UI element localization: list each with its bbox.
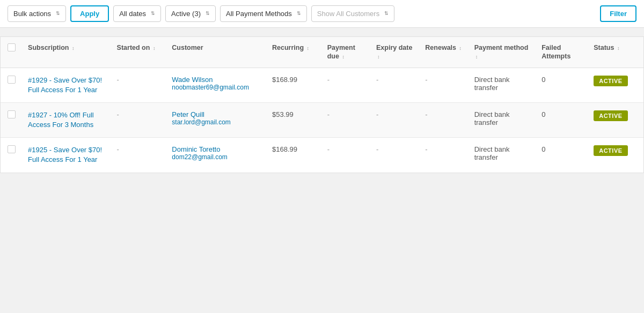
recurring-value: $168.99 <box>272 145 297 153</box>
failed-attempts-value: 0 <box>541 110 545 118</box>
payment-due-cell: - <box>322 102 371 137</box>
payment-due-cell: - <box>322 68 371 102</box>
failed-attempts-value: 0 <box>541 145 545 153</box>
status-sort-icon: ↕ <box>617 46 620 52</box>
table-row: #1927 - 10% Off! Full Access For 3 Month… <box>1 102 643 137</box>
customer-cell: Dominic Toretto dom22@gmail.com <box>166 138 267 173</box>
renewals-value: - <box>425 110 427 118</box>
payment-method-cell: Direct bank transfer <box>469 102 537 137</box>
all-dates-chevron-icon: ⇅ <box>151 11 155 16</box>
status-cell: ACTIVE <box>588 68 643 102</box>
started-on-value: - <box>117 110 119 118</box>
bulk-actions-label: Bulk actions <box>13 10 51 18</box>
status-cell: ACTIVE <box>588 102 643 137</box>
started-on-value: - <box>117 76 119 84</box>
row-checkbox[interactable] <box>8 110 16 118</box>
customer-email[interactable]: star.lord@gmail.com <box>172 118 261 126</box>
recurring-cell: $53.99 <box>267 102 322 137</box>
expiry-date-cell: - <box>371 68 420 102</box>
bulk-actions-chevron-icon: ⇅ <box>56 11 60 16</box>
customer-cell: Wade Wilson noobmaster69@gmail.com <box>166 68 267 102</box>
subscription-cell: #1929 - Save Over $70! Full Access For 1… <box>23 68 112 102</box>
active-label: Active (3) <box>171 10 201 18</box>
payment-method-cell: Direct bank transfer <box>469 68 537 102</box>
subscription-link[interactable]: #1927 - 10% Off! Full Access For 3 Month… <box>28 111 94 129</box>
status-cell: ACTIVE <box>588 138 643 173</box>
renewals-cell: - <box>420 138 469 173</box>
subscriptions-table-container: Subscription ↕ Started on ↕ Customer Rec… <box>0 36 644 173</box>
status-badge: ACTIVE <box>594 145 627 156</box>
expiry-date-value: - <box>376 145 378 153</box>
bulk-actions-dropdown[interactable]: Bulk actions ⇅ <box>8 5 66 22</box>
col-header-renewals[interactable]: Renewals ↕ <box>420 37 469 68</box>
table-row: #1925 - Save Over $70! Full Access For 1… <box>1 138 643 173</box>
col-header-failed-attempts: Failed Attempts <box>536 37 588 68</box>
started-on-cell: - <box>112 138 167 173</box>
expiry-date-value: - <box>376 76 378 84</box>
recurring-value: $53.99 <box>272 110 294 118</box>
customer-email[interactable]: dom22@gmail.com <box>172 153 261 161</box>
col-header-payment-method[interactable]: Payment method ↕ <box>469 37 537 68</box>
renewals-sort-icon: ↕ <box>459 46 462 52</box>
subscription-link[interactable]: #1929 - Save Over $70! Full Access For 1… <box>28 76 102 94</box>
table-header-row: Subscription ↕ Started on ↕ Customer Rec… <box>1 37 643 68</box>
failed-attempts-cell: 0 <box>536 102 588 137</box>
started-sort-icon: ↕ <box>153 46 156 52</box>
subscription-sort-icon: ↕ <box>72 46 75 52</box>
table-row: #1929 - Save Over $70! Full Access For 1… <box>1 68 643 102</box>
payment-method-value: Direct bank transfer <box>474 76 510 92</box>
payment-due-sort-icon: ↕ <box>342 54 345 61</box>
col-header-payment-due[interactable]: Payment due ↕ <box>322 37 371 68</box>
started-on-value: - <box>117 145 119 153</box>
started-on-cell: - <box>112 68 167 102</box>
payment-due-value: - <box>327 145 330 153</box>
payment-methods-chevron-icon: ⇅ <box>297 11 301 16</box>
toolbar: Bulk actions ⇅ Apply All dates ⇅ Active … <box>0 0 644 28</box>
renewals-cell: - <box>420 68 469 102</box>
recurring-sort-icon: ↕ <box>307 46 310 52</box>
col-header-expiry-date[interactable]: Expiry date ↕ <box>371 37 420 68</box>
active-chevron-icon: ⇅ <box>206 11 210 16</box>
col-header-customer: Customer <box>166 37 267 68</box>
customer-email[interactable]: noobmaster69@gmail.com <box>172 84 261 91</box>
all-dates-dropdown[interactable]: All dates ⇅ <box>113 5 161 22</box>
failed-attempts-cell: 0 <box>536 138 588 173</box>
expiry-date-cell: - <box>371 102 420 137</box>
select-all-checkbox[interactable] <box>8 43 16 51</box>
row-checkbox[interactable] <box>8 76 16 84</box>
customer-name[interactable]: Dominic Toretto <box>172 145 261 153</box>
renewals-value: - <box>425 76 427 84</box>
row-checkbox[interactable] <box>8 145 16 153</box>
expiry-sort-icon: ↕ <box>377 54 380 61</box>
subscription-cell: #1927 - 10% Off! Full Access For 3 Month… <box>23 102 112 137</box>
col-header-recurring[interactable]: Recurring ↕ <box>267 37 322 68</box>
filter-button[interactable]: Filter <box>600 5 636 22</box>
select-all-header[interactable] <box>1 37 23 68</box>
col-header-started[interactable]: Started on ↕ <box>112 37 167 68</box>
all-dates-label: All dates <box>119 10 146 18</box>
payment-method-sort-icon: ↕ <box>475 54 478 61</box>
show-all-customers-chevron-icon: ⇅ <box>384 11 389 16</box>
payment-methods-dropdown[interactable]: All Payment Methods ⇅ <box>220 5 307 22</box>
status-badge: ACTIVE <box>594 110 627 121</box>
recurring-value: $168.99 <box>272 76 297 84</box>
col-header-subscription[interactable]: Subscription ↕ <box>23 37 112 68</box>
subscription-link[interactable]: #1925 - Save Over $70! Full Access For 1… <box>28 146 102 163</box>
customer-name[interactable]: Peter Quill <box>172 110 261 118</box>
started-on-cell: - <box>112 102 167 137</box>
failed-attempts-cell: 0 <box>536 68 588 102</box>
row-checkbox-cell[interactable] <box>1 138 23 173</box>
row-checkbox-cell[interactable] <box>1 102 23 137</box>
active-dropdown[interactable]: Active (3) ⇅ <box>165 5 216 22</box>
renewals-cell: - <box>420 102 469 137</box>
row-checkbox-cell[interactable] <box>1 68 23 102</box>
col-header-status[interactable]: Status ↕ <box>588 37 643 68</box>
renewals-value: - <box>425 145 427 153</box>
customer-name[interactable]: Wade Wilson <box>172 76 261 84</box>
apply-button[interactable]: Apply <box>70 5 109 22</box>
recurring-cell: $168.99 <box>267 138 322 173</box>
subscription-cell: #1925 - Save Over $70! Full Access For 1… <box>23 138 112 173</box>
show-all-customers-label: Show All Customers <box>317 10 379 18</box>
payment-due-value: - <box>327 76 330 84</box>
show-all-customers-dropdown[interactable]: Show All Customers ⇅ <box>311 5 394 22</box>
